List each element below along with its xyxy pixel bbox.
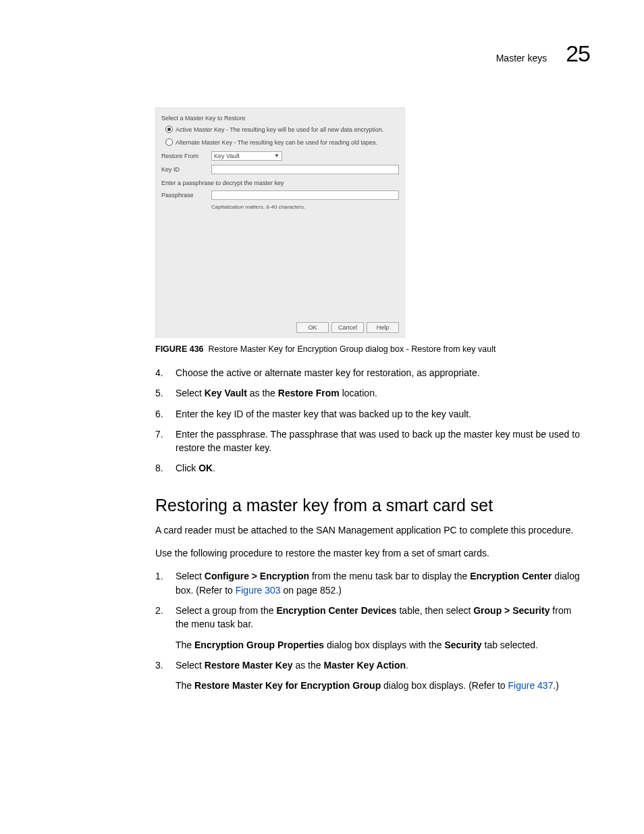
passphrase-prompt: Enter a passphrase to decrypt the master… bbox=[161, 180, 399, 186]
section-heading: Restoring a master key from a smart card… bbox=[155, 496, 583, 515]
radio-label: Active Master Key - The resulting key wi… bbox=[176, 126, 383, 133]
step-6: 6. Enter the key ID of the master key th… bbox=[155, 407, 583, 421]
radio-alternate-master-key[interactable]: Alternate Master Key - The resulting key… bbox=[165, 138, 399, 146]
key-id-row: Key ID bbox=[161, 165, 399, 174]
step-number: 5. bbox=[155, 386, 167, 400]
step-text: Choose the active or alternate master ke… bbox=[176, 366, 583, 380]
step-number: 4. bbox=[155, 366, 167, 380]
passphrase-input[interactable] bbox=[211, 190, 399, 200]
passphrase-hint: Capitalization matters. 8-40 characters. bbox=[211, 204, 399, 210]
step-3-sub: The Restore Master Key for Encryption Gr… bbox=[176, 679, 583, 692]
radio-active-master-key[interactable]: Active Master Key - The resulting key wi… bbox=[165, 126, 399, 133]
ok-button[interactable]: OK bbox=[296, 322, 329, 333]
section-para-1: A card reader must be attached to the SA… bbox=[155, 523, 583, 537]
step-text: Enter the passphrase. The passphrase tha… bbox=[176, 427, 583, 455]
step-number: 8. bbox=[155, 461, 167, 475]
header-label: Master keys bbox=[496, 53, 547, 63]
restore-from-select[interactable]: Key Vault ▼ bbox=[211, 151, 282, 161]
step-number: 7. bbox=[155, 427, 167, 455]
step-text: Click OK. bbox=[176, 461, 583, 475]
restore-from-row: Restore From Key Vault ▼ bbox=[161, 151, 399, 161]
key-id-label: Key ID bbox=[161, 166, 207, 173]
radio-label: Alternate Master Key - The resulting key… bbox=[176, 139, 377, 146]
figure-437-link[interactable]: Figure 437 bbox=[508, 680, 554, 691]
step-3: 3. Select Restore Master Key as the Mast… bbox=[155, 658, 583, 693]
passphrase-row: Passphrase bbox=[161, 190, 399, 200]
passphrase-label: Passphrase bbox=[161, 192, 207, 199]
dialog-button-bar: OK Cancel Help bbox=[161, 322, 399, 333]
figure-caption: FIGURE 436 Restore Master Key for Encryp… bbox=[155, 344, 583, 354]
step-1: 1. Select Configure > Encryption from th… bbox=[155, 569, 583, 597]
select-value: Key Vault bbox=[214, 153, 240, 159]
help-button[interactable]: Help bbox=[367, 322, 399, 333]
figure-303-link[interactable]: Figure 303 bbox=[236, 585, 281, 596]
step-text: Select Configure > Encryption from the m… bbox=[176, 569, 583, 597]
step-7: 7. Enter the passphrase. The passphrase … bbox=[155, 427, 583, 455]
steps-list-b: 1. Select Configure > Encryption from th… bbox=[155, 569, 583, 692]
chevron-down-icon: ▼ bbox=[274, 153, 279, 159]
step-text: Select Restore Master Key as the Master … bbox=[176, 658, 583, 693]
step-5: 5. Select Key Vault as the Restore From … bbox=[155, 386, 583, 400]
section-para-2: Use the following procedure to restore t… bbox=[155, 546, 583, 560]
restore-from-label: Restore From bbox=[161, 153, 207, 159]
step-number: 6. bbox=[155, 407, 167, 421]
step-4: 4. Choose the active or alternate master… bbox=[155, 366, 583, 380]
restore-master-key-dialog: Select a Master Key to Restore Active Ma… bbox=[155, 107, 405, 338]
figure-text: Restore Master Key for Encryption Group … bbox=[209, 344, 496, 354]
step-8: 8. Click OK. bbox=[155, 461, 583, 475]
step-text: Select Key Vault as the Restore From loc… bbox=[176, 386, 583, 400]
step-number: 1. bbox=[155, 569, 167, 597]
dialog-spacer bbox=[161, 210, 399, 318]
step-text: Enter the key ID of the master key that … bbox=[176, 407, 583, 421]
key-id-input[interactable] bbox=[211, 165, 399, 174]
step-2: 2. Select a group from the Encryption Ce… bbox=[155, 604, 583, 652]
step-number: 3. bbox=[155, 658, 167, 693]
page-header: Master keys 25 bbox=[54, 41, 590, 67]
page: Master keys 25 Select a Master Key to Re… bbox=[0, 0, 644, 834]
cancel-button[interactable]: Cancel bbox=[331, 322, 364, 333]
figure-label: FIGURE 436 bbox=[155, 344, 204, 354]
dialog-title: Select a Master Key to Restore bbox=[161, 115, 399, 122]
chapter-number: 25 bbox=[566, 41, 590, 67]
step-text: Select a group from the Encryption Cente… bbox=[176, 604, 583, 652]
step-number: 2. bbox=[155, 604, 167, 652]
steps-list-a: 4. Choose the active or alternate master… bbox=[155, 366, 583, 475]
radio-icon bbox=[165, 138, 173, 146]
content-area: Select a Master Key to Restore Active Ma… bbox=[155, 107, 583, 692]
step-2-sub: The Encryption Group Properties dialog b… bbox=[176, 638, 583, 652]
radio-icon bbox=[165, 126, 173, 133]
